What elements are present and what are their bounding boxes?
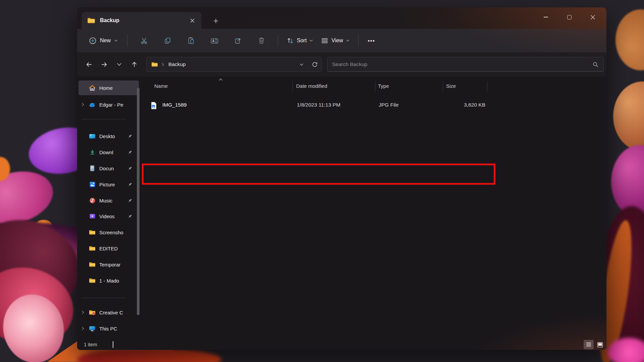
- sidebar-item-pictures[interactable]: Picture: [78, 177, 139, 192]
- sidebar-scrollbar[interactable]: [137, 88, 140, 315]
- up-button[interactable]: [128, 58, 141, 71]
- file-row-img-1589[interactable]: IMG_1589 1/8/2023 11:13 PM JPG File 3,62…: [142, 96, 539, 115]
- file-name: IMG_1589: [162, 102, 186, 108]
- folder-icon: [87, 262, 97, 267]
- refresh-icon[interactable]: [312, 61, 318, 68]
- toolbar-divider: [358, 35, 359, 47]
- chevron-down-icon: [114, 40, 118, 42]
- pin-icon: [126, 166, 133, 171]
- item-count: 1 item: [84, 342, 97, 347]
- sidebar-item-temporary[interactable]: Temporar: [78, 257, 139, 272]
- pin-icon: [126, 182, 133, 187]
- desktop-icon: [87, 133, 97, 139]
- new-tab-button[interactable]: [211, 16, 221, 26]
- details-view-button[interactable]: [584, 340, 594, 349]
- view-button-label: View: [331, 38, 343, 44]
- maximize-button[interactable]: [557, 7, 581, 27]
- wallpaper-blob: [615, 9, 644, 70]
- titlebar[interactable]: Backup: [77, 7, 606, 29]
- ellipsis-icon: •••: [368, 38, 375, 44]
- forward-button[interactable]: [98, 58, 110, 71]
- pin-icon: [126, 150, 133, 155]
- toolbar-divider: [127, 35, 127, 47]
- sort-button-label: Sort: [297, 38, 307, 44]
- back-button[interactable]: [83, 58, 95, 71]
- share-button[interactable]: [229, 34, 246, 48]
- close-icon: [190, 18, 195, 23]
- sidebar-item-this-pc[interactable]: This PC: [78, 321, 139, 336]
- close-icon: [590, 15, 595, 20]
- column-header-name[interactable]: Name: [154, 83, 168, 89]
- arrow-left-icon: [86, 61, 93, 68]
- column-header-date-modified[interactable]: Date modified: [296, 83, 327, 89]
- view-button[interactable]: View: [317, 34, 353, 48]
- trash-icon: [258, 37, 265, 44]
- sidebar-item-downloads[interactable]: Downl: [78, 145, 139, 160]
- sidebar-item-onedrive[interactable]: Edgar - Pe: [78, 97, 139, 112]
- sidebar-item-screenshots[interactable]: Screensho: [78, 225, 139, 240]
- new-button-label: New: [100, 38, 111, 44]
- sidebar-item-music[interactable]: Music: [78, 193, 139, 208]
- minimize-button[interactable]: [534, 7, 557, 27]
- sidebar-item-1-madonna[interactable]: 1 - Mado: [78, 273, 139, 288]
- copy-button[interactable]: [159, 34, 176, 48]
- pin-icon: [126, 214, 133, 219]
- window-caption-controls: [534, 7, 604, 27]
- tab-close-button[interactable]: [187, 15, 197, 25]
- chevron-down-icon: [346, 40, 350, 42]
- explorer-tab-backup[interactable]: Backup: [82, 12, 201, 29]
- sidebar-item-desktop[interactable]: Deskto: [78, 129, 139, 143]
- pictures-icon: [87, 181, 97, 188]
- column-header-size[interactable]: Size: [446, 83, 456, 89]
- plus-circle-icon: [89, 37, 96, 44]
- recent-locations-button[interactable]: [113, 58, 125, 71]
- documents-icon: [87, 165, 97, 172]
- thumbnail-view-icon: [597, 342, 603, 348]
- sidebar-item-home[interactable]: Home: [78, 80, 139, 95]
- new-button[interactable]: New: [85, 34, 122, 48]
- sort-button[interactable]: Sort: [283, 34, 317, 48]
- sidebar-item-documents[interactable]: Docun: [78, 161, 139, 176]
- column-header-type[interactable]: Type: [378, 83, 389, 89]
- command-toolbar: New: [77, 29, 606, 52]
- sort-icon: [287, 37, 294, 44]
- onedrive-icon: [87, 102, 97, 107]
- sidebar-item-videos[interactable]: Videos: [78, 209, 139, 224]
- status-bar: 1 item: [77, 339, 606, 350]
- details-view-icon: [586, 342, 592, 347]
- rename-button[interactable]: [206, 34, 223, 48]
- share-icon: [234, 37, 241, 44]
- see-more-button[interactable]: •••: [363, 34, 380, 48]
- folder-icon: [87, 230, 97, 235]
- sidebar-separator: [81, 298, 126, 298]
- rename-icon: [211, 37, 218, 44]
- breadcrumb-chevron-icon: [161, 62, 165, 67]
- close-button[interactable]: [581, 7, 604, 27]
- thumbnail-view-button[interactable]: [595, 340, 605, 349]
- cut-button[interactable]: [136, 34, 152, 48]
- search-box[interactable]: [327, 57, 604, 72]
- expand-chevron-icon[interactable]: [78, 326, 87, 331]
- address-bar[interactable]: Backup: [146, 57, 322, 72]
- delete-button[interactable]: [253, 34, 270, 48]
- videos-icon: [87, 213, 97, 219]
- column-headers: Name Date modified Type Size: [141, 80, 606, 93]
- file-type: JPG File: [379, 102, 398, 108]
- maximize-icon: [567, 15, 572, 19]
- file-date-modified: 1/8/2023 11:13 PM: [297, 102, 340, 108]
- expand-chevron-icon[interactable]: [78, 310, 87, 315]
- search-input[interactable]: [332, 61, 592, 67]
- sidebar-item-edited[interactable]: EDITED: [78, 241, 139, 256]
- pin-icon: [126, 134, 133, 139]
- address-dropdown-icon[interactable]: [300, 63, 304, 66]
- sidebar-item-creative-cloud[interactable]: Creative C: [78, 305, 139, 320]
- tab-title: Backup: [100, 17, 187, 23]
- file-size: 3,620 KB: [437, 102, 485, 108]
- breadcrumb-path[interactable]: Backup: [168, 61, 300, 67]
- sidebar-separator: [81, 119, 126, 119]
- paste-icon: [187, 37, 195, 44]
- folder-icon: [151, 62, 158, 67]
- paste-button[interactable]: [182, 34, 199, 48]
- view-toggle-group: [584, 340, 605, 349]
- expand-chevron-icon[interactable]: [78, 102, 87, 107]
